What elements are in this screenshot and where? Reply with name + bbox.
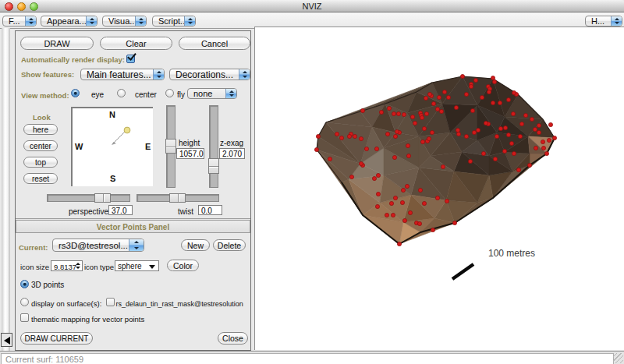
- svg-text:100 metres: 100 metres: [488, 248, 535, 259]
